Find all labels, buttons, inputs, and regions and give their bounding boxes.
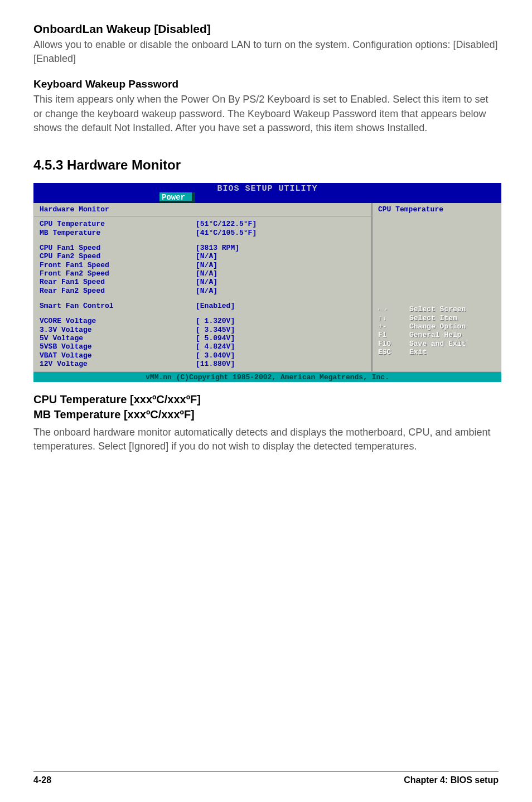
- page-footer: 4-28 Chapter 4: BIOS setup: [33, 771, 499, 785]
- row-cpu-temp[interactable]: CPU Temperature[51°C/122.5°F]: [40, 220, 366, 228]
- row-front-fan2[interactable]: Front Fan2 Speed[N/A]: [40, 269, 366, 278]
- label: 5V Voltage: [40, 334, 196, 342]
- value-cpu-temp: [51°C/122.5°F]: [196, 220, 257, 228]
- row-smart-fan[interactable]: Smart Fan Control[Enabled]: [40, 302, 366, 310]
- row-5vsb[interactable]: 5VSB Voltage[ 4.824V]: [40, 342, 366, 351]
- value: [ 3.040V]: [196, 351, 235, 360]
- value: [Enabled]: [196, 302, 235, 310]
- body-onboardlan: Allows you to enable or disable the onbo…: [33, 38, 499, 66]
- legend-select-item: ↑↓Select Item: [378, 314, 496, 322]
- legend-general-help: F1General Help: [378, 331, 496, 339]
- value: [N/A]: [196, 287, 217, 295]
- legend-exit: ESCExit: [378, 348, 496, 356]
- heading-onboardlan: OnboardLan Wakeup [Disabled]: [33, 22, 499, 36]
- label: Rear Fan1 Speed: [40, 278, 196, 286]
- value: [3813 RPM]: [196, 244, 239, 252]
- body-temperature: The onboard hardware monitor automatical…: [33, 426, 499, 453]
- row-rear-fan1[interactable]: Rear Fan1 Speed[N/A]: [40, 278, 366, 286]
- label: VCORE Voltage: [40, 317, 196, 325]
- bios-footer-copyright: vMM.nn (C)Copyright 1985-2002, American …: [33, 372, 501, 382]
- label: CPU Fan1 Speed: [40, 244, 196, 252]
- value: [ 5.094V]: [196, 334, 235, 342]
- row-front-fan1[interactable]: Front Fan1 Speed[N/A]: [40, 261, 366, 269]
- value: [N/A]: [196, 252, 217, 260]
- value: [N/A]: [196, 278, 217, 286]
- legend-save-exit: F10Save and Exit: [378, 340, 496, 348]
- value: [ 3.345V]: [196, 326, 235, 334]
- label-mb-temp: MB Temperature: [40, 229, 196, 237]
- heading-mb-temp: MB Temperature [xxxºC/xxxºF]: [33, 407, 499, 422]
- label: CPU Fan2 Speed: [40, 252, 196, 260]
- bios-title: BIOS SETUP UTILITY: [33, 184, 501, 194]
- row-cpu-fan1[interactable]: CPU Fan1 Speed[3813 RPM]: [40, 244, 366, 252]
- row-33v[interactable]: 3.3V Voltage[ 3.345V]: [40, 326, 366, 334]
- heading-cpu-temp: CPU Temperature [xxxºC/xxxºF]: [33, 392, 499, 407]
- bios-tab-power[interactable]: Power: [159, 192, 195, 202]
- heading-keyboard-wakeup: Keyboard Wakeup Password: [33, 78, 499, 90]
- row-5v[interactable]: 5V Voltage[ 5.094V]: [40, 334, 366, 342]
- legend-change-option: +-Change Option: [378, 322, 496, 331]
- value: [N/A]: [196, 261, 217, 269]
- page-number: 4-28: [33, 775, 51, 785]
- label: 5VSB Voltage: [40, 342, 196, 351]
- bios-help-text: CPU Temperature: [378, 205, 496, 214]
- label: Smart Fan Control: [40, 302, 196, 310]
- bios-panel-title: Hardware Monitor: [40, 205, 366, 214]
- label: Front Fan2 Speed: [40, 269, 196, 278]
- value-mb-temp: [41°C/105.5°F]: [196, 229, 257, 237]
- row-vbat[interactable]: VBAT Voltage[ 3.040V]: [40, 351, 366, 360]
- label: 12V Voltage: [40, 360, 196, 368]
- label: 3.3V Voltage: [40, 326, 196, 334]
- bios-screenshot: BIOS SETUP UTILITY Power Hardware Monito…: [33, 183, 501, 382]
- body-keyboard-wakeup: This item appears only when the Power On…: [33, 93, 499, 135]
- section-heading-453: 4.5.3 Hardware Monitor: [33, 157, 499, 173]
- chapter-title: Chapter 4: BIOS setup: [404, 775, 499, 785]
- divider: [34, 216, 371, 216]
- value: [N/A]: [196, 269, 217, 278]
- value: [ 4.824V]: [196, 342, 235, 351]
- label-cpu-temp: CPU Temperature: [40, 220, 196, 228]
- value: [ 1.320V]: [196, 317, 235, 325]
- label: Front Fan1 Speed: [40, 261, 196, 269]
- legend-select-screen: ←→Select Screen: [378, 305, 496, 313]
- row-rear-fan2[interactable]: Rear Fan2 Speed[N/A]: [40, 287, 366, 295]
- row-vcore[interactable]: VCORE Voltage[ 1.320V]: [40, 317, 366, 325]
- row-cpu-fan2[interactable]: CPU Fan2 Speed[N/A]: [40, 252, 366, 260]
- label: VBAT Voltage: [40, 351, 196, 360]
- row-mb-temp[interactable]: MB Temperature[41°C/105.5°F]: [40, 229, 366, 237]
- label: Rear Fan2 Speed: [40, 287, 196, 295]
- value: [11.880V]: [196, 360, 235, 368]
- row-12v[interactable]: 12V Voltage[11.880V]: [40, 360, 366, 368]
